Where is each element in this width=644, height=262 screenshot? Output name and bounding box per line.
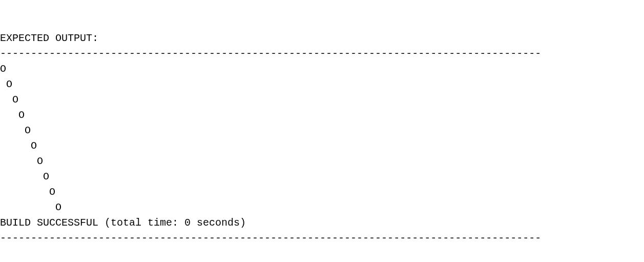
build-status: BUILD SUCCESSFUL (total time: 0 seconds) bbox=[0, 217, 246, 229]
divider-bottom: ----------------------------------------… bbox=[0, 232, 541, 244]
output-line-6: O bbox=[0, 155, 43, 167]
output-line-5: O bbox=[0, 140, 37, 152]
divider-top: ----------------------------------------… bbox=[0, 48, 541, 59]
output-line-0: O bbox=[0, 63, 6, 75]
output-header: EXPECTED OUTPUT: bbox=[0, 32, 98, 44]
output-line-1: O bbox=[0, 78, 12, 90]
output-line-8: O bbox=[0, 186, 55, 198]
output-line-9: O bbox=[0, 201, 61, 213]
output-line-3: O bbox=[0, 109, 25, 121]
output-line-2: O bbox=[0, 94, 18, 106]
output-line-7: O bbox=[0, 171, 49, 183]
output-line-4: O bbox=[0, 125, 31, 136]
